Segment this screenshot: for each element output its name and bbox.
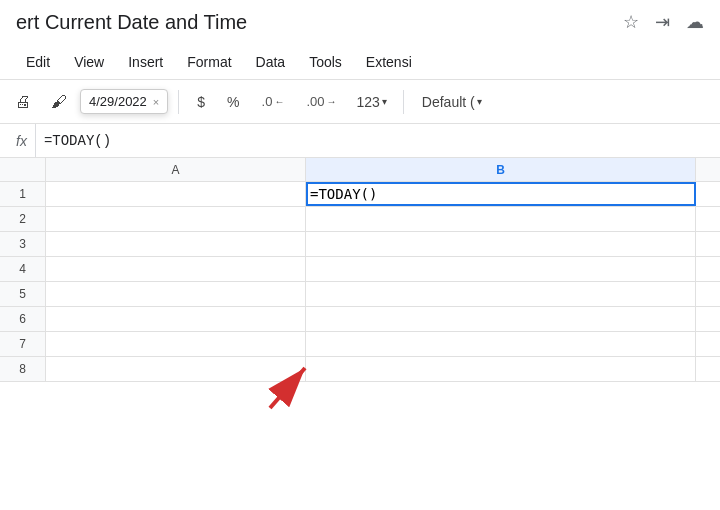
font-family-button[interactable]: Default ( ▾ bbox=[414, 90, 490, 114]
cell-a-3[interactable] bbox=[46, 232, 306, 256]
menu-extensions[interactable]: Extensi bbox=[356, 50, 422, 74]
cell-a-5[interactable] bbox=[46, 282, 306, 306]
decimal-down-label: .0 bbox=[262, 94, 273, 109]
decimal-up-label: .00 bbox=[306, 94, 324, 109]
row-number: 1 bbox=[0, 182, 46, 206]
menu-view[interactable]: View bbox=[64, 50, 114, 74]
table-row: 3 bbox=[0, 232, 720, 257]
dollar-icon: $ bbox=[197, 94, 205, 110]
currency-button[interactable]: $ bbox=[189, 90, 213, 114]
row-num-header bbox=[0, 158, 46, 181]
toolbar: 🖨 🖌 4/29/2022 × $ % .0 ← .00 → 123 ▾ Def… bbox=[0, 80, 720, 124]
number-format-button[interactable]: 123 ▾ bbox=[350, 90, 392, 114]
menu-bar: Edit View Insert Format Data Tools Exten… bbox=[0, 44, 720, 80]
cell-a-6[interactable] bbox=[46, 307, 306, 331]
table-row: 8 bbox=[0, 357, 720, 382]
table-row: 6 bbox=[0, 307, 720, 332]
cell-b-6[interactable] bbox=[306, 307, 696, 331]
cell-a-2[interactable] bbox=[46, 207, 306, 231]
cell-b-3[interactable] bbox=[306, 232, 696, 256]
row-number: 7 bbox=[0, 332, 46, 356]
cell-b-5[interactable] bbox=[306, 282, 696, 306]
table-row: 1=TODAY() bbox=[0, 182, 720, 207]
col-header-a[interactable]: A bbox=[46, 158, 306, 181]
row-number: 5 bbox=[0, 282, 46, 306]
chevron-down-icon: ▾ bbox=[382, 96, 387, 107]
decimal-down-button[interactable]: .0 ← bbox=[254, 90, 293, 113]
print-icon: 🖨 bbox=[15, 93, 31, 111]
table-row: 4 bbox=[0, 257, 720, 282]
formula-input[interactable]: =TODAY() bbox=[44, 133, 712, 149]
page-title: ert Current Date and Time bbox=[16, 11, 623, 34]
table-row: 2 bbox=[0, 207, 720, 232]
row-number: 2 bbox=[0, 207, 46, 231]
table-row: 7 bbox=[0, 332, 720, 357]
folder-icon[interactable]: ⇥ bbox=[655, 11, 670, 33]
percent-button[interactable]: % bbox=[219, 90, 247, 114]
cell-a-7[interactable] bbox=[46, 332, 306, 356]
col-header-b[interactable]: B bbox=[306, 158, 696, 181]
number-format-label: 123 bbox=[356, 94, 379, 110]
title-icons: ☆ ⇥ ☁ bbox=[623, 11, 704, 33]
tooltip-date-value: 4/29/2022 bbox=[89, 94, 147, 109]
menu-insert[interactable]: Insert bbox=[118, 50, 173, 74]
decimal-up-button[interactable]: .00 → bbox=[298, 90, 344, 113]
font-chevron-icon: ▾ bbox=[477, 96, 482, 107]
formula-bar: fx =TODAY() bbox=[0, 124, 720, 158]
paint-format-button[interactable]: 🖌 bbox=[44, 87, 74, 117]
table-row: 5 bbox=[0, 282, 720, 307]
column-headers: A B bbox=[0, 158, 720, 182]
tooltip-close-button[interactable]: × bbox=[153, 96, 159, 108]
row-number: 3 bbox=[0, 232, 46, 256]
cell-b-1[interactable]: =TODAY() bbox=[306, 182, 696, 206]
cell-a-8[interactable] bbox=[46, 357, 306, 381]
cell-b-7[interactable] bbox=[306, 332, 696, 356]
font-family-label: Default ( bbox=[422, 94, 475, 110]
cell-a-1[interactable] bbox=[46, 182, 306, 206]
percent-icon: % bbox=[227, 94, 239, 110]
row-number: 8 bbox=[0, 357, 46, 381]
star-icon[interactable]: ☆ bbox=[623, 11, 639, 33]
cell-b-8[interactable] bbox=[306, 357, 696, 381]
paint-icon: 🖌 bbox=[51, 93, 67, 111]
date-tooltip: 4/29/2022 × bbox=[80, 89, 168, 114]
title-bar: ert Current Date and Time ☆ ⇥ ☁ bbox=[0, 0, 720, 44]
spreadsheet: A B 1=TODAY()2345678 bbox=[0, 158, 720, 382]
cell-a-4[interactable] bbox=[46, 257, 306, 281]
print-button[interactable]: 🖨 bbox=[8, 87, 38, 117]
row-number: 4 bbox=[0, 257, 46, 281]
toolbar-divider-1 bbox=[178, 90, 179, 114]
formula-fx-label: fx bbox=[8, 124, 36, 157]
menu-format[interactable]: Format bbox=[177, 50, 241, 74]
cloud-icon[interactable]: ☁ bbox=[686, 11, 704, 33]
menu-tools[interactable]: Tools bbox=[299, 50, 352, 74]
arrow-right-icon: → bbox=[326, 96, 336, 107]
menu-edit[interactable]: Edit bbox=[16, 50, 60, 74]
cell-b-4[interactable] bbox=[306, 257, 696, 281]
row-number: 6 bbox=[0, 307, 46, 331]
toolbar-divider-2 bbox=[403, 90, 404, 114]
arrow-left-icon: ← bbox=[274, 96, 284, 107]
cell-b-2[interactable] bbox=[306, 207, 696, 231]
sheet-body: 1=TODAY()2345678 bbox=[0, 182, 720, 382]
menu-data[interactable]: Data bbox=[246, 50, 296, 74]
